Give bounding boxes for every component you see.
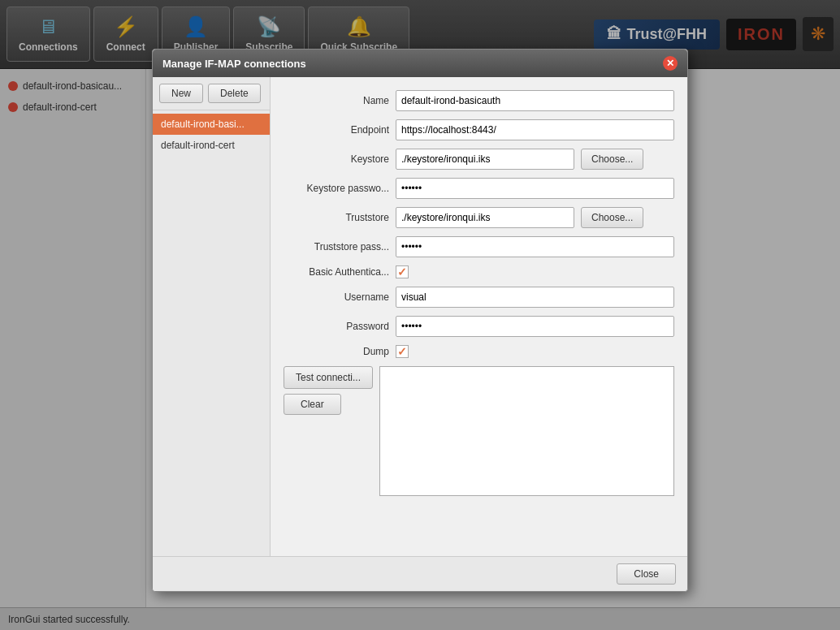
modal-body: New Delete default-irond-basi... default…	[153, 77, 687, 556]
username-input[interactable]	[396, 287, 674, 308]
test-connection-button[interactable]: Test connecti...	[284, 366, 373, 389]
keystore-row: Keystore Choose...	[284, 149, 674, 170]
keystore-input[interactable]	[396, 149, 574, 170]
keystore-label: Keystore	[284, 153, 389, 165]
modal-left-panel: New Delete default-irond-basi... default…	[153, 77, 271, 556]
dump-checkmark: ✓	[397, 345, 407, 358]
clear-button[interactable]: Clear	[284, 394, 341, 415]
truststore-row: Truststore Choose...	[284, 207, 674, 228]
endpoint-input[interactable]	[396, 119, 674, 140]
truststore-password-input[interactable]	[396, 236, 674, 257]
username-label: Username	[284, 291, 389, 303]
modal-close-button[interactable]: ✕	[663, 56, 678, 71]
modal-footer: Close	[153, 556, 687, 591]
modal-titlebar: Manage IF-MAP connections ✕	[153, 50, 687, 77]
modal-sidebar-buttons: New Delete	[153, 77, 270, 110]
list-item-cert[interactable]: default-irond-cert	[153, 135, 270, 156]
modal-form: Name Endpoint Keystore Choose... Keystor…	[271, 77, 687, 556]
basic-auth-label: Basic Authentica...	[284, 266, 389, 278]
dump-row: Dump ✓	[284, 345, 674, 358]
close-button[interactable]: Close	[617, 563, 676, 585]
action-area: Test connecti... Clear	[284, 366, 674, 496]
keystore-choose-button[interactable]: Choose...	[581, 149, 643, 170]
list-item-basicauth[interactable]: default-irond-basi...	[153, 114, 270, 135]
password-label: Password	[284, 321, 389, 332]
endpoint-label: Endpoint	[284, 124, 389, 136]
basic-auth-checkmark: ✓	[397, 265, 407, 278]
username-row: Username	[284, 287, 674, 308]
basic-auth-checkbox[interactable]: ✓	[396, 265, 409, 278]
password-row: Password	[284, 316, 674, 337]
name-row: Name	[284, 90, 674, 111]
endpoint-row: Endpoint	[284, 119, 674, 140]
truststore-label: Truststore	[284, 212, 389, 223]
dump-label: Dump	[284, 346, 389, 357]
basic-auth-row: Basic Authentica... ✓	[284, 265, 674, 278]
truststore-password-row: Truststore pass...	[284, 236, 674, 257]
truststore-choose-button[interactable]: Choose...	[581, 207, 643, 228]
name-input[interactable]	[396, 90, 674, 111]
action-buttons: Test connecti... Clear	[284, 366, 373, 415]
password-input[interactable]	[396, 316, 674, 337]
keystore-password-label: Keystore passwo...	[284, 183, 389, 194]
new-button[interactable]: New	[159, 84, 203, 103]
name-label: Name	[284, 95, 389, 106]
truststore-password-label: Truststore pass...	[284, 241, 389, 252]
keystore-password-input[interactable]	[396, 178, 674, 199]
modal-overlay: Manage IF-MAP connections ✕ New Delete d…	[0, 0, 840, 630]
dump-checkbox[interactable]: ✓	[396, 345, 409, 358]
modal-title: Manage IF-MAP connections	[162, 58, 306, 70]
test-output-area[interactable]	[379, 366, 674, 496]
keystore-password-row: Keystore passwo...	[284, 178, 674, 199]
manage-connections-dialog: Manage IF-MAP connections ✕ New Delete d…	[152, 49, 688, 592]
modal-connection-list: default-irond-basi... default-irond-cert	[153, 110, 270, 159]
delete-button[interactable]: Delete	[208, 84, 261, 103]
truststore-input[interactable]	[396, 207, 574, 228]
